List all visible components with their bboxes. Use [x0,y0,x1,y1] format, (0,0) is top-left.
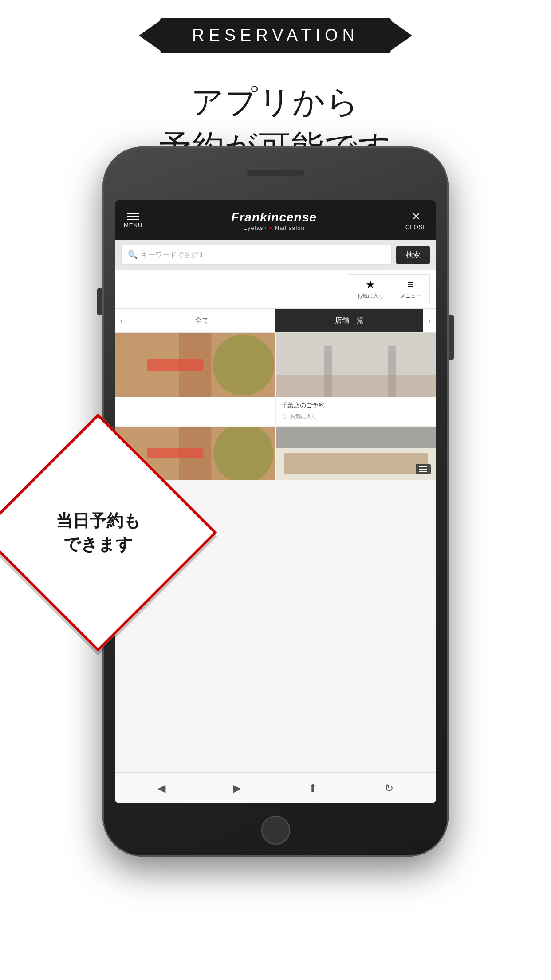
menu-label: MENU [124,222,142,229]
nav-forward-icon[interactable]: ▶ [233,782,241,794]
banner-right-triangle [390,20,412,51]
home-button[interactable] [261,816,290,845]
favorite-label: お気に入り [357,292,384,300]
diamond-badge-text: 当日予約も できます [14,448,182,617]
menu-button[interactable]: MENU [124,213,142,229]
prev-tab-arrow[interactable]: ‹ [115,309,128,332]
left-arrow-icon: ‹ [120,316,123,326]
speaker [247,170,304,176]
search-button[interactable]: 検索 [396,246,430,264]
brand-name: Frankincense [142,210,405,225]
search-placeholder: キーワードでさがす [141,250,205,260]
salon-card-1[interactable] [115,333,276,426]
salon-name-2: 千葉店のご予約 [281,402,431,410]
toolbar-row: ★ お気に入り ≡ メニュー [115,270,436,309]
brand-subtitle: Eyelash ● Nail salon [142,225,405,231]
salon-image-2 [276,333,437,397]
top-bezel [102,146,449,200]
favorite-row-2: ☆ お気に入り [281,412,431,421]
salon-card-4[interactable] [276,427,437,480]
card-menu-icon [416,464,431,474]
list-icon: ≡ [408,278,414,291]
fav-star-icon: ☆ [281,412,287,421]
search-input-area[interactable]: 🔍 キーワードでさがす [121,245,392,265]
app-bottom-nav: ◀ ▶ ⬆ ↻ [115,772,436,803]
favorite-button[interactable]: ★ お気に入り [349,274,392,304]
power-button [97,288,102,315]
subtitle-nail: Nail salon [275,225,305,231]
fav-label-2: お気に入り [290,413,317,420]
tab-store[interactable]: 店舗一覧 [276,309,423,332]
salon-image-1 [115,333,276,397]
subtitle-eyelash: Eyelash [243,225,267,231]
menu-list-button[interactable]: ≡ メニュー [392,274,430,304]
bottom-bezel [102,803,449,857]
nav-back-icon[interactable]: ◀ [157,782,165,794]
phone-mockup: MENU Frankincense Eyelash ● Nail salon ✕… [102,146,449,857]
close-label: CLOSE [405,224,427,230]
diamond-line2: できます [63,533,133,556]
tab-all[interactable]: 全て [128,309,276,332]
headline-line1: アプリから [0,79,551,124]
search-bar: 🔍 キーワードでさがす 検索 [115,240,436,270]
close-button[interactable]: ✕ CLOSE [405,211,427,230]
category-tabs: ‹ 全て 店舗一覧 › [115,309,436,333]
banner-ribbon: RESERVATION [152,18,399,53]
close-icon: ✕ [412,211,421,222]
salon-info-2: 千葉店のご予約 ☆ お気に入り [276,397,437,426]
nav-refresh-icon[interactable]: ↻ [385,782,394,794]
banner-shape: RESERVATION [152,18,399,53]
subtitle-dot: ● [269,225,275,231]
hamburger-icon [127,213,139,220]
nav-share-icon[interactable]: ⬆ [308,782,317,794]
diamond-line1: 当日予約も [56,509,141,533]
search-icon: 🔍 [128,250,138,260]
menu-list-label: メニュー [400,292,421,300]
salon-image-4 [276,427,437,480]
top-banner: RESERVATION [0,0,551,53]
banner-text: RESERVATION [192,26,359,44]
app-header: MENU Frankincense Eyelash ● Nail salon ✕… [115,200,436,240]
app-title-area: Frankincense Eyelash ● Nail salon [142,210,405,231]
right-arrow-icon: › [428,316,431,326]
volume-button [449,315,454,360]
salon-card-2[interactable]: 千葉店のご予約 ☆ お気に入り [276,333,437,426]
star-icon: ★ [366,278,375,291]
next-tab-arrow[interactable]: › [423,309,436,332]
